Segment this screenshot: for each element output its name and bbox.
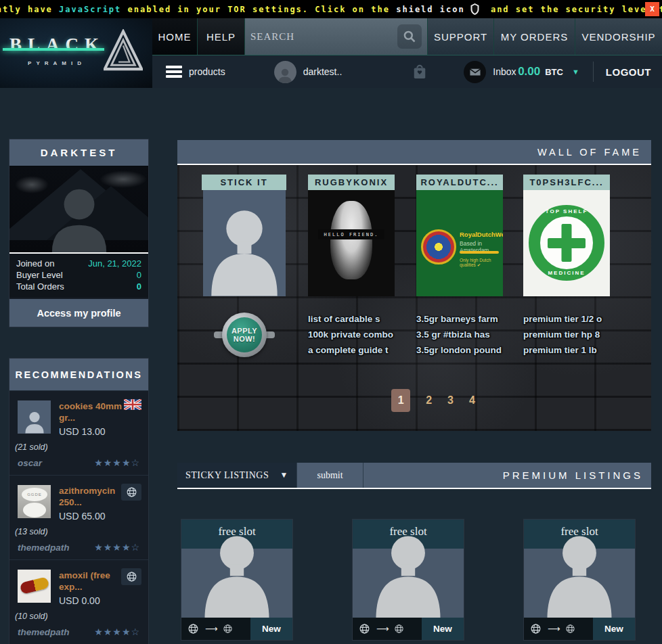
vendor-card-stickit: STICK IT [202, 175, 286, 296]
page-button-4[interactable]: 4 [469, 394, 475, 407]
tab-help[interactable]: HELP [197, 18, 244, 55]
user-menu[interactable]: darktest.. [274, 61, 343, 83]
vendor-name[interactable]: RUGBYKONIX [308, 175, 395, 190]
tor-warning-banner: You currently have JavaScript enabled in… [0, 0, 662, 18]
main-content: WALL OF FAME STICK IT APPLY NOW! RUGBYKO… [177, 140, 651, 641]
hamburger-icon [166, 66, 182, 78]
globe-icon [530, 623, 542, 635]
vendor-link[interactable]: themedpath [18, 627, 70, 637]
free-slot-card[interactable]: free slot ⟶ New [181, 519, 293, 641]
free-slot-card[interactable]: free slot ⟶ New [352, 519, 464, 641]
premium-slots-row: free slot ⟶ New free slot ⟶ New free slo… [177, 519, 651, 641]
buyer-level-label: Buyer Level [16, 269, 63, 281]
arrow-icon: ⟶ [548, 624, 559, 634]
slot-title: free slot [181, 525, 292, 538]
logout-button[interactable]: LOGOUT [606, 66, 651, 78]
list-item[interactable]: GGDE azithromycin 250... USD 65.00 (13 s… [9, 475, 148, 559]
product-name[interactable]: amoxil (free exp... [59, 570, 130, 593]
listing-link[interactable]: premium tier 1 lb [523, 342, 610, 358]
globe-icon [394, 624, 404, 634]
listing-link[interactable]: premium tier hp 8 [523, 327, 610, 342]
submit-button[interactable]: submit [296, 463, 363, 488]
warning-javascript-link[interactable]: JavaScript [59, 5, 121, 14]
avatar [274, 61, 296, 83]
sub-nav: products darktest.. Inbox 0.00 BTC ▼ LOG… [152, 55, 662, 88]
vendor-name[interactable]: STICK IT [202, 175, 286, 190]
vendor-link[interactable]: oscar [18, 458, 42, 468]
slot-silhouette-icon [195, 528, 279, 620]
sold-count: (13 sold) [15, 527, 140, 536]
profile-card: DARKTEST Joined onJun, 21, 2022 Buyer Le… [9, 139, 149, 327]
access-profile-button[interactable]: Access my profile [9, 299, 148, 327]
search-icon [403, 30, 416, 43]
wallet-balance[interactable]: 0.00 BTC ▼ [518, 65, 579, 78]
listing-link[interactable]: 3.5gr barneys farm [416, 311, 503, 327]
apply-now-button[interactable]: APPLY NOW! [222, 313, 267, 357]
list-item[interactable]: cookies 40mm gr... USD 13.00 (21 sold) o… [9, 390, 148, 475]
product-name[interactable]: cookies 40mm gr... [59, 400, 130, 423]
page-button-1[interactable]: 1 [391, 389, 410, 412]
joined-label: Joined on [16, 258, 54, 269]
vendor-card-royaldutch: ROYALDUTC... RoyalDutchWeed Based in Ams… [416, 175, 503, 358]
balance-currency: BTC [545, 67, 563, 77]
list-item[interactable]: amoxil (free exp... USD 0.00 (10 sold) t… [9, 559, 148, 644]
vendor-name[interactable]: ROYALDUTC... [416, 175, 503, 190]
tab-vendorship[interactable]: VENDORSHIP [575, 18, 662, 55]
listing-link[interactable]: 3.5 gr #tbizla has [416, 327, 503, 342]
search-input[interactable] [250, 31, 397, 43]
listing-link[interactable]: 3.5gr london pound [416, 342, 503, 358]
arrow-icon: ⟶ [205, 624, 217, 634]
vendor-image[interactable] [203, 190, 286, 296]
page-button-2[interactable]: 2 [426, 394, 432, 407]
vendor-image[interactable]: HELLO FRIEND. [308, 190, 395, 296]
vendor-name[interactable]: T0PSH3LFC... [523, 175, 610, 190]
inbox-label: Inbox [493, 66, 516, 77]
product-price: USD 13.00 [59, 426, 130, 437]
tab-support[interactable]: SUPPORT [427, 18, 493, 55]
hello-friend-label: HELLO FRIEND. [318, 229, 384, 239]
chevron-down-icon: ▼ [280, 470, 288, 480]
slot-title: free slot [524, 525, 635, 538]
globe-icon [121, 484, 141, 501]
products-menu-button[interactable]: products [166, 66, 225, 78]
sticky-listings-dropdown[interactable]: STICKY LISTINGS ▼ [177, 463, 296, 488]
inbox-button[interactable]: Inbox [464, 61, 516, 83]
rating-stars: ★★★★☆ [94, 626, 140, 637]
product-name[interactable]: azithromycin 250... [59, 485, 130, 508]
listing-link[interactable]: 100k private combo [308, 327, 395, 342]
apply-now-wrap: APPLY NOW! [222, 313, 267, 357]
listing-link[interactable]: premium tier 1/2 o [523, 311, 610, 327]
username-label: darktest.. [303, 66, 343, 77]
tab-home[interactable]: HOME [152, 18, 197, 55]
product-price: USD 65.00 [59, 511, 130, 522]
product-image [18, 400, 51, 434]
recommendations-title: RECOMMENDATIONS [9, 359, 148, 390]
listings-toolbar: STICKY LISTINGS ▼ submit PREMIUM LISTING… [177, 463, 651, 489]
product-image: GGDE [18, 485, 51, 518]
new-badge: New [250, 618, 292, 640]
total-orders-value: 0 [137, 281, 141, 292]
tab-my-orders[interactable]: MY ORDERS [493, 18, 575, 55]
vendor-image[interactable]: RoyalDutchWeed Based in Amsterdam Only h… [416, 190, 503, 296]
sold-count: (21 sold) [15, 442, 140, 452]
arrow-icon: ⟶ [376, 624, 388, 634]
bulldog-logo-icon [421, 229, 456, 264]
listing-link[interactable]: list of cardable s [308, 311, 395, 327]
vendor-card-topshelf: T0PSH3LFC... TOP SHELF MEDICINE premium … [523, 175, 610, 358]
pyramid-icon [104, 29, 143, 74]
listing-link[interactable]: a complete guide t [308, 342, 395, 358]
search-button[interactable] [397, 24, 422, 49]
mail-icon [464, 61, 486, 83]
warning-close-button[interactable]: X [645, 2, 659, 16]
site-logo[interactable]: BLACK PYRAMID [0, 18, 152, 88]
product-image [18, 570, 51, 603]
vendor-image[interactable]: TOP SHELF MEDICINE [523, 190, 610, 296]
vendor-link[interactable]: themedpath [18, 543, 70, 553]
page-button-3[interactable]: 3 [447, 394, 454, 407]
cart-button[interactable] [412, 63, 427, 80]
uk-flag-icon [124, 399, 141, 413]
free-slot-card[interactable]: free slot ⟶ New [523, 519, 636, 641]
balance-amount: 0.00 [518, 65, 540, 78]
globe-icon [359, 623, 370, 635]
new-badge: New [422, 618, 464, 640]
